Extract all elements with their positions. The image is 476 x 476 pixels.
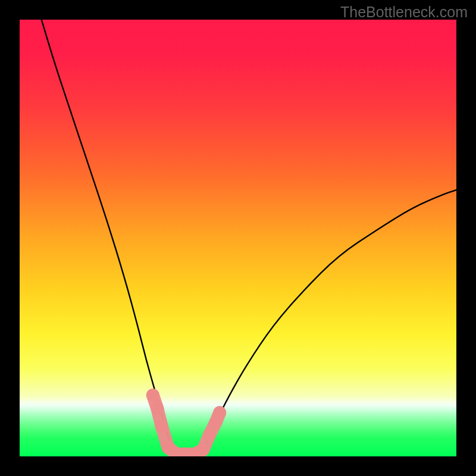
marker-point	[213, 406, 226, 419]
watermark-text: TheBottleneck.com	[340, 4, 468, 21]
chart-svg	[20, 20, 456, 456]
plot-area	[20, 20, 456, 456]
gradient-background	[20, 20, 456, 456]
chart-frame: TheBottleneck.com	[0, 0, 476, 476]
